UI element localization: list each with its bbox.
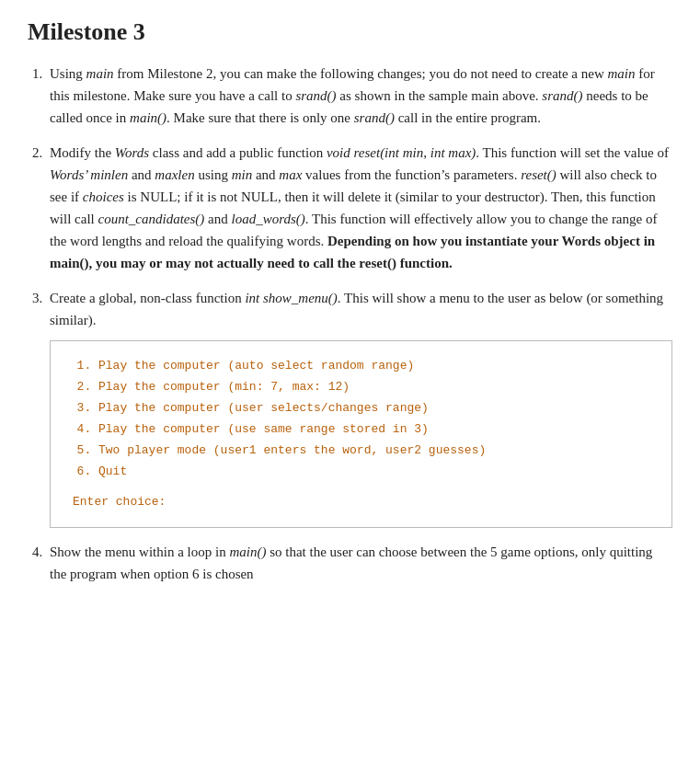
code-menu-item: Quit	[98, 462, 649, 482]
list-item: Show the menu within a loop in main() so…	[46, 541, 672, 585]
item-1-text: Using main from Milestone 2, you can mak…	[50, 66, 655, 125]
code-menu-item: Play the computer (min: 7, max: 12)	[98, 377, 649, 397]
code-menu-item: Play the computer (auto select random ra…	[98, 356, 649, 376]
code-prompt: Enter choice:	[73, 492, 649, 512]
item-2-text: Modify the Words class and add a public …	[50, 145, 669, 270]
item-4-text: Show the menu within a loop in main() so…	[50, 544, 652, 581]
list-item: Create a global, non-class function int …	[46, 287, 672, 528]
code-menu-item: Play the computer (use same range stored…	[98, 419, 649, 440]
item-3-intro: Create a global, non-class function int …	[50, 291, 663, 327]
code-box: Play the computer (auto select random ra…	[50, 340, 672, 528]
main-list: Using main from Milestone 2, you can mak…	[28, 63, 672, 585]
list-item: Using main from Milestone 2, you can mak…	[46, 63, 672, 129]
page-title: Milestone 3	[28, 18, 672, 46]
list-item: Modify the Words class and add a public …	[46, 142, 672, 274]
code-menu-list: Play the computer (auto select random ra…	[73, 356, 649, 483]
code-menu-item: Two player mode (user1 enters the word, …	[98, 441, 649, 461]
code-menu-item: Play the computer (user selects/changes …	[98, 398, 649, 418]
